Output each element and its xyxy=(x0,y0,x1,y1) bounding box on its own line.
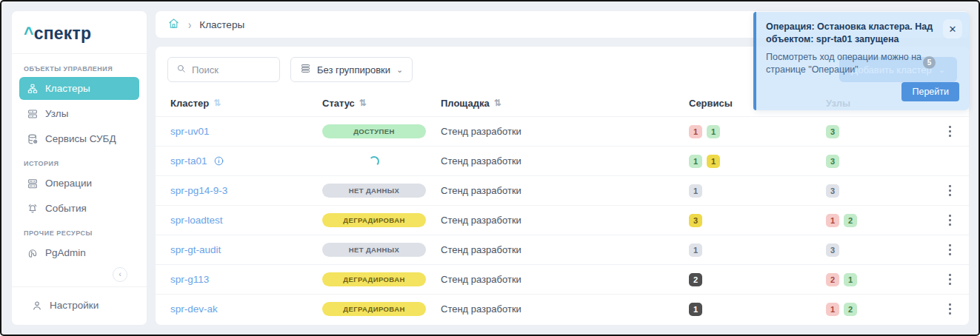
sidebar-item-db-services[interactable]: Сервисы СУБД xyxy=(19,127,139,150)
section-label-resources: ПРОЧИЕ РЕСУРСЫ xyxy=(24,229,135,237)
nodes-cell: 3 xyxy=(826,155,932,168)
sort-icon: ⇅ xyxy=(213,98,221,108)
node-count-badge: 2 xyxy=(844,303,857,316)
node-count-badge: 3 xyxy=(826,125,839,138)
platform-cell: Стенд разработки xyxy=(441,155,689,167)
events-icon xyxy=(26,202,39,215)
status-cell: ДЕГРАДИРОВАН xyxy=(322,213,426,227)
cluster-cell: spr-pg14-9-3 xyxy=(170,185,322,196)
table-row: spr-g113 ДЕГРАДИРОВАН Стенд разработки 2… xyxy=(156,264,969,294)
row-menu-button[interactable] xyxy=(946,241,954,258)
nodes-cell: 12 xyxy=(826,303,932,316)
nodes-cell: 21 xyxy=(826,273,932,286)
cluster-link[interactable]: spr-gt-audit xyxy=(170,244,221,255)
sidebar-item-label: Узлы xyxy=(45,108,68,119)
table-row: spr-uv01 ДОСТУПЕН Стенд разработки 11 3 xyxy=(156,116,969,146)
row-menu-button[interactable] xyxy=(946,271,954,288)
cluster-cell: spr-ta01 xyxy=(170,155,322,167)
close-icon: ✕ xyxy=(949,24,957,35)
platform-cell: Стенд разработки xyxy=(441,215,689,226)
breadcrumb-page: Кластеры xyxy=(199,19,244,30)
cluster-link[interactable]: spr-uv01 xyxy=(170,126,210,137)
nodes-cell: 3 xyxy=(826,184,932,198)
app-window: ^спектр ОБЪЕКТЫ УПРАВЛЕНИЯ Кластеры Узлы xyxy=(0,0,980,336)
service-count-badge: 1 xyxy=(689,184,702,198)
status-cell: НЕТ ДАННЫХ xyxy=(322,243,426,257)
sidebar-item-operations[interactable]: Операции xyxy=(19,172,139,195)
db-services-icon xyxy=(26,132,39,145)
cluster-cell: spr-uv01 xyxy=(170,126,322,137)
column-header-cluster[interactable]: Кластер ⇅ xyxy=(170,98,322,109)
platform-cell: Стенд разработки xyxy=(441,274,689,285)
toast-close-button[interactable]: ✕ xyxy=(943,19,962,38)
services-cell: 1 xyxy=(689,303,826,316)
node-count-badge: 1 xyxy=(844,273,857,286)
table-body: spr-uv01 ДОСТУПЕН Стенд разработки 11 3 … xyxy=(156,116,969,323)
services-cell: 1 xyxy=(689,243,826,257)
sidebar-item-label: PgAdmin xyxy=(45,247,86,258)
table-row: spr-loadtest ДЕГРАДИРОВАН Стенд разработ… xyxy=(156,205,969,235)
app-logo: ^спектр xyxy=(12,11,147,54)
operations-icon xyxy=(26,177,39,189)
status-badge: НЕТ ДАННЫХ xyxy=(322,243,426,257)
cluster-link[interactable]: spr-ta01 xyxy=(170,155,207,167)
cluster-cell: spr-loadtest xyxy=(170,215,322,226)
sidebar-item-clusters[interactable]: Кластеры xyxy=(19,77,139,100)
cluster-link[interactable]: spr-g113 xyxy=(170,274,209,285)
service-count-badge: 3 xyxy=(689,214,702,227)
service-count-badge: 2 xyxy=(689,273,702,286)
sidebar-item-label: События xyxy=(45,203,87,214)
sidebar-item-settings[interactable]: Настройки xyxy=(24,294,135,317)
table-row: spr-pg14-9-3 НЕТ ДАННЫХ Стенд разработки… xyxy=(156,175,969,205)
toast-go-button[interactable]: Перейти xyxy=(901,82,959,101)
sidebar-nav: ОБЪЕКТЫ УПРАВЛЕНИЯ Кластеры Узлы Сервисы… xyxy=(12,54,147,267)
logo-caret: ^ xyxy=(24,24,34,43)
info-icon[interactable] xyxy=(213,155,224,167)
row-menu-button[interactable] xyxy=(946,212,954,229)
pgadmin-icon xyxy=(26,246,39,259)
grouping-select[interactable]: Без группировки ⌄ xyxy=(290,57,413,82)
sort-icon: ⇅ xyxy=(494,98,501,108)
sidebar-item-label: Кластеры xyxy=(45,83,90,94)
sidebar-item-events[interactable]: События xyxy=(19,197,139,220)
search-icon xyxy=(176,63,187,76)
row-menu-button[interactable] xyxy=(946,182,954,199)
nodes-icon xyxy=(26,107,39,120)
cluster-cell: spr-g113 xyxy=(170,274,322,285)
sidebar-collapse-button[interactable]: ‹ xyxy=(113,267,127,282)
cluster-link[interactable]: spr-pg14-9-3 xyxy=(170,185,227,196)
toast-title: Операция: Остановка кластера. Над объект… xyxy=(766,21,938,46)
cluster-cell: spr-dev-ak xyxy=(170,303,322,315)
column-label: Сервисы xyxy=(689,98,733,109)
row-menu-button[interactable] xyxy=(946,300,954,317)
status-cell: НЕТ ДАННЫХ xyxy=(322,184,426,198)
column-header-platform[interactable]: Площадка ⇅ xyxy=(441,98,689,109)
sidebar-item-label: Настройки xyxy=(50,300,99,311)
status-badge: ДЕГРАДИРОВАН xyxy=(322,213,426,227)
platform-cell: Стенд разработки xyxy=(441,244,689,255)
services-cell: 11 xyxy=(689,155,826,168)
status-cell xyxy=(322,156,426,167)
section-label-objects: ОБЪЕКТЫ УПРАВЛЕНИЯ xyxy=(24,65,135,73)
status-cell: ДЕГРАДИРОВАН xyxy=(322,272,426,286)
status-loading-spinner xyxy=(369,156,379,167)
row-menu-button[interactable] xyxy=(946,123,954,140)
home-icon[interactable] xyxy=(167,17,180,32)
cluster-link[interactable]: spr-dev-ak xyxy=(170,303,218,315)
search-input[interactable] xyxy=(192,64,272,75)
node-count-badge: 1 xyxy=(826,214,839,227)
toast-body: Посмотреть ход операции можно на страниц… xyxy=(766,51,944,76)
service-count-badge: 1 xyxy=(707,155,720,168)
breadcrumb-chevron-icon: › xyxy=(188,17,191,32)
sidebar-item-nodes[interactable]: Узлы xyxy=(19,102,139,125)
sidebar-bottom: Настройки xyxy=(12,286,147,325)
operation-toast: Операция: Остановка кластера. Над объект… xyxy=(753,12,970,110)
column-header-status[interactable]: Статус ⇅ xyxy=(322,98,441,109)
service-count-badge: 1 xyxy=(707,125,720,138)
sidebar-item-pgadmin[interactable]: PgAdmin xyxy=(19,241,139,264)
sort-icon: ⇅ xyxy=(359,98,367,108)
status-badge: ДОСТУПЕН xyxy=(322,124,426,138)
services-cell: 3 xyxy=(689,214,826,227)
cluster-link[interactable]: spr-loadtest xyxy=(170,215,223,226)
table-row: spr-dev-ak ДЕГРАДИРОВАН Стенд разработки… xyxy=(156,294,969,323)
